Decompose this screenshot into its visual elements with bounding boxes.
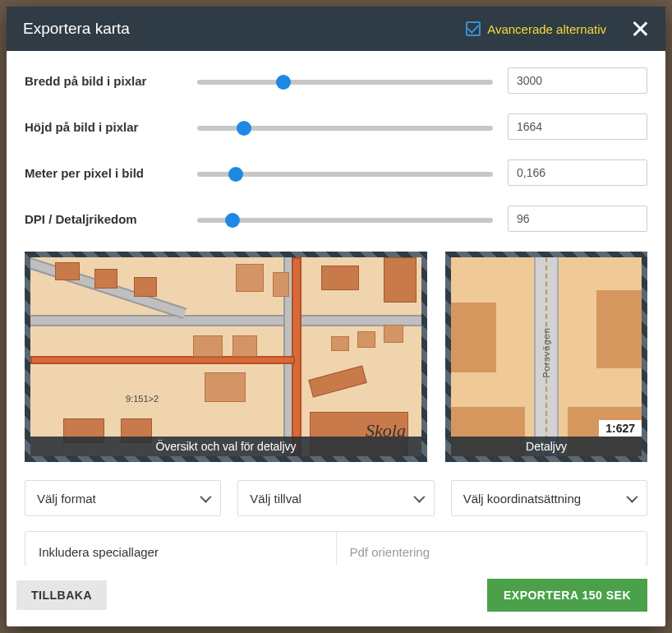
format-select[interactable]: Välj format — [25, 480, 221, 516]
chevron-down-icon — [413, 492, 425, 503]
format-select-label: Välj format — [37, 492, 96, 506]
modal-footer: TILLBAKA EXPORTERA 150 SEK — [7, 566, 665, 626]
chevron-down-icon — [200, 492, 212, 503]
detail-caption: Detaljvy — [451, 437, 642, 456]
slider-row-dpi: DPI / Detaljrikedom — [25, 206, 647, 232]
dpi-input[interactable] — [508, 206, 647, 232]
height-slider-wrap — [189, 119, 508, 134]
overview-map[interactable]: Skola 9:151>2 Översikt och val för detal… — [25, 252, 427, 462]
map-lot-label: 9:151>2 — [126, 394, 159, 404]
pdf-orientation-select[interactable]: Pdf orientering — [337, 532, 647, 566]
koord-select[interactable]: Välj koordinatsättning — [451, 480, 647, 516]
width-slider-wrap — [189, 73, 508, 88]
width-slider[interactable] — [197, 80, 493, 85]
pdf-orientation-label: Pdf orientering — [350, 545, 430, 559]
back-button[interactable]: TILLBAKA — [16, 580, 107, 610]
mpp-input[interactable] — [508, 159, 647, 186]
slider-row-width: Bredd på bild i pixlar — [25, 67, 647, 94]
export-button[interactable]: EXPORTERA 150 SEK — [487, 579, 647, 612]
scale-badge: 1:627 — [599, 420, 642, 437]
checkbox-icon — [466, 21, 481, 36]
dpi-slider-wrap — [189, 211, 508, 226]
selects-row-1: Välj format Välj tillval Välj koordinats… — [25, 480, 647, 516]
modal-header: Exportera karta Avancerade alternativ — [7, 7, 665, 51]
speciallager-label: Inkludera speciallager — [39, 545, 159, 559]
tillval-select-label: Välj tillval — [250, 492, 301, 506]
height-slider[interactable] — [197, 126, 493, 131]
mpp-slider-wrap — [189, 165, 508, 180]
advanced-options-toggle[interactable]: Avancerade alternativ — [466, 21, 606, 36]
modal-body: Bredd på bild i pixlar Höjd på bild i pi… — [7, 51, 665, 566]
height-input[interactable] — [508, 113, 647, 140]
dpi-slider[interactable] — [197, 218, 493, 223]
slider-row-height: Höjd på bild i pixlar — [25, 113, 647, 140]
close-icon[interactable] — [631, 20, 649, 38]
chevron-down-icon — [626, 492, 637, 503]
road-name-label: Porsvägen — [541, 327, 551, 378]
koord-select-label: Välj koordinatsättning — [463, 492, 581, 506]
modal-title: Exportera karta — [23, 20, 456, 38]
detail-map[interactable]: Porsvägen 1:627 Detaljvy — [445, 252, 647, 462]
overview-caption: Översikt och val för detaljvy — [30, 437, 421, 456]
export-modal: Exportera karta Avancerade alternativ Br… — [7, 7, 665, 626]
height-label: Höjd på bild i pixlar — [25, 120, 189, 134]
dpi-label: DPI / Detaljrikedom — [25, 212, 189, 226]
maps-row: Skola 9:151>2 Översikt och val för detal… — [25, 252, 647, 462]
speciallager-select[interactable]: Inkludera speciallager — [25, 532, 337, 566]
width-input[interactable] — [508, 67, 647, 94]
width-label: Bredd på bild i pixlar — [25, 74, 189, 88]
mpp-label: Meter per pixel i bild — [25, 166, 189, 180]
slider-row-mpp: Meter per pixel i bild — [25, 159, 647, 186]
mpp-slider[interactable] — [197, 172, 493, 177]
advanced-options-label: Avancerade alternativ — [487, 22, 606, 36]
selects-row-2: Inkludera speciallager Pdf orientering — [25, 531, 647, 566]
tillval-select[interactable]: Välj tillval — [237, 480, 434, 516]
